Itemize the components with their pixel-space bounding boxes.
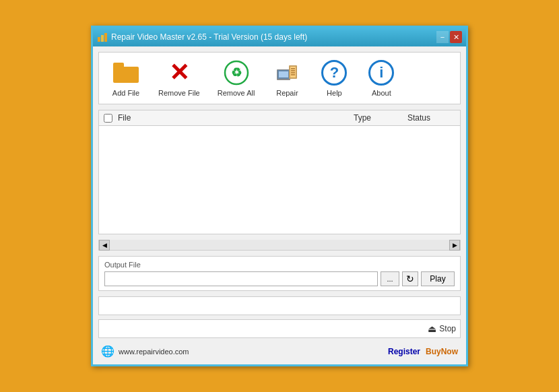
help-icon: ?	[321, 59, 348, 86]
remove-all-icon: ♻	[223, 59, 250, 86]
title-bar-left: Repair Video Master v2.65 - Trial Versio…	[97, 32, 307, 42]
toolbar: Add File ✕ Remove File ♻ Remove All	[98, 52, 461, 104]
output-play-button[interactable]: Play	[421, 271, 455, 286]
globe-icon: 🌐	[101, 345, 114, 358]
footer-left: 🌐 www.repairvideo.com	[101, 345, 189, 358]
select-all-checkbox[interactable]	[104, 114, 112, 123]
type-column-header: Type	[351, 113, 405, 123]
stop-icon: ⏏	[428, 323, 436, 334]
footer-right: Register BuyNow	[388, 347, 458, 356]
main-window: Repair Video Master v2.65 - Trial Versio…	[91, 26, 468, 366]
header-checkbox-cell	[100, 114, 115, 123]
output-refresh-button[interactable]: ↻	[402, 271, 418, 286]
close-button[interactable]: ✕	[450, 31, 462, 43]
title-bar: Repair Video Master v2.65 - Trial Versio…	[93, 28, 466, 46]
file-list-container: File Type Status	[98, 110, 461, 234]
minimize-button[interactable]: −	[436, 31, 449, 43]
svg-rect-1	[101, 35, 104, 42]
output-file-section: Output File ... ↻ Play	[98, 256, 461, 291]
remove-all-button[interactable]: ♻ Remove All	[212, 57, 261, 100]
register-link[interactable]: Register	[388, 347, 420, 356]
stop-section: ⏏ Stop	[98, 319, 461, 338]
output-file-label: Output File	[104, 261, 455, 269]
repair-button[interactable]: Repair	[267, 57, 307, 100]
about-button[interactable]: i About	[361, 57, 401, 100]
scroll-right-button[interactable]: ▶	[449, 240, 460, 251]
window-title: Repair Video Master v2.65 - Trial Versio…	[111, 32, 307, 42]
buynow-link[interactable]: BuyNow	[426, 347, 458, 356]
remove-file-button[interactable]: ✕ Remove File	[153, 57, 205, 100]
remove-file-icon: ✕	[166, 59, 193, 86]
scroll-track[interactable]	[110, 240, 449, 250]
title-controls: − ✕	[436, 31, 462, 43]
svg-rect-0	[98, 37, 100, 42]
footer: 🌐 www.repairvideo.com Register BuyNow	[98, 344, 461, 359]
remove-all-label: Remove All	[218, 89, 255, 97]
help-button[interactable]: ? Help	[314, 57, 354, 100]
folder-icon	[112, 59, 139, 86]
status-column-header: Status	[405, 113, 459, 123]
remove-file-label: Remove File	[158, 89, 200, 97]
repair-label: Repair	[276, 89, 298, 97]
add-file-button[interactable]: Add File	[106, 57, 146, 100]
add-file-label: Add File	[112, 89, 139, 97]
about-label: About	[372, 89, 391, 97]
footer-url: www.repairvideo.com	[119, 348, 189, 356]
output-file-input[interactable]	[104, 271, 378, 286]
output-browse-button[interactable]: ...	[381, 271, 399, 286]
window-body: Add File ✕ Remove File ♻ Remove All	[93, 46, 466, 364]
output-file-row: ... ↻ Play	[104, 271, 455, 286]
about-icon: i	[368, 59, 395, 86]
scroll-left-button[interactable]: ◀	[99, 240, 110, 251]
progress-section	[98, 296, 461, 315]
file-column-header: File	[115, 113, 351, 123]
stop-button[interactable]: ⏏ Stop	[428, 323, 456, 334]
horizontal-scrollbar[interactable]: ◀ ▶	[98, 240, 461, 251]
svg-rect-7	[279, 71, 288, 77]
file-list-header: File Type Status	[99, 110, 460, 126]
repair-icon	[273, 59, 300, 86]
app-icon	[97, 32, 108, 42]
svg-rect-2	[104, 33, 107, 42]
help-label: Help	[327, 89, 342, 97]
svg-text:♻: ♻	[231, 66, 242, 79]
file-list-body[interactable]	[99, 126, 460, 234]
stop-label: Stop	[439, 324, 456, 333]
